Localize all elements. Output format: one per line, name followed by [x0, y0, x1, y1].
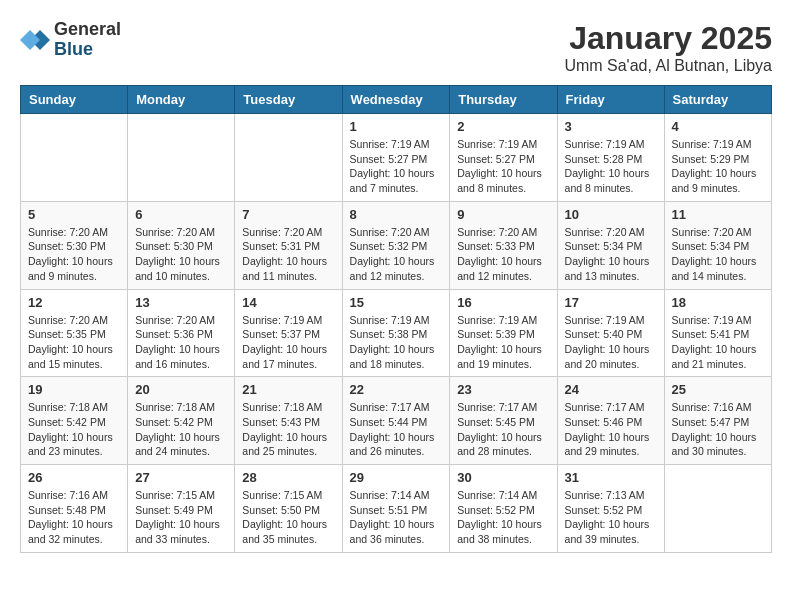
calendar-cell: 29Sunrise: 7:14 AM Sunset: 5:51 PM Dayli… — [342, 465, 450, 553]
day-info: Sunrise: 7:18 AM Sunset: 5:43 PM Dayligh… — [242, 400, 334, 459]
week-row-1: 1Sunrise: 7:19 AM Sunset: 5:27 PM Daylig… — [21, 114, 772, 202]
day-info: Sunrise: 7:13 AM Sunset: 5:52 PM Dayligh… — [565, 488, 657, 547]
calendar-cell: 23Sunrise: 7:17 AM Sunset: 5:45 PM Dayli… — [450, 377, 557, 465]
calendar-cell: 6Sunrise: 7:20 AM Sunset: 5:30 PM Daylig… — [128, 201, 235, 289]
calendar-cell: 19Sunrise: 7:18 AM Sunset: 5:42 PM Dayli… — [21, 377, 128, 465]
day-number: 3 — [565, 119, 657, 134]
day-number: 16 — [457, 295, 549, 310]
calendar-cell: 27Sunrise: 7:15 AM Sunset: 5:49 PM Dayli… — [128, 465, 235, 553]
day-number: 23 — [457, 382, 549, 397]
day-number: 1 — [350, 119, 443, 134]
day-info: Sunrise: 7:19 AM Sunset: 5:37 PM Dayligh… — [242, 313, 334, 372]
day-info: Sunrise: 7:19 AM Sunset: 5:38 PM Dayligh… — [350, 313, 443, 372]
day-number: 5 — [28, 207, 120, 222]
calendar-cell — [21, 114, 128, 202]
calendar: SundayMondayTuesdayWednesdayThursdayFrid… — [20, 85, 772, 553]
logo-blue: Blue — [54, 40, 121, 60]
calendar-cell: 9Sunrise: 7:20 AM Sunset: 5:33 PM Daylig… — [450, 201, 557, 289]
day-number: 24 — [565, 382, 657, 397]
day-number: 9 — [457, 207, 549, 222]
calendar-cell: 14Sunrise: 7:19 AM Sunset: 5:37 PM Dayli… — [235, 289, 342, 377]
day-info: Sunrise: 7:17 AM Sunset: 5:44 PM Dayligh… — [350, 400, 443, 459]
day-info: Sunrise: 7:19 AM Sunset: 5:39 PM Dayligh… — [457, 313, 549, 372]
week-row-2: 5Sunrise: 7:20 AM Sunset: 5:30 PM Daylig… — [21, 201, 772, 289]
logo-icon — [20, 25, 50, 55]
calendar-cell: 10Sunrise: 7:20 AM Sunset: 5:34 PM Dayli… — [557, 201, 664, 289]
calendar-cell: 28Sunrise: 7:15 AM Sunset: 5:50 PM Dayli… — [235, 465, 342, 553]
day-number: 27 — [135, 470, 227, 485]
day-info: Sunrise: 7:16 AM Sunset: 5:47 PM Dayligh… — [672, 400, 764, 459]
calendar-cell: 26Sunrise: 7:16 AM Sunset: 5:48 PM Dayli… — [21, 465, 128, 553]
day-number: 19 — [28, 382, 120, 397]
day-info: Sunrise: 7:20 AM Sunset: 5:30 PM Dayligh… — [28, 225, 120, 284]
title-section: January 2025 Umm Sa'ad, Al Butnan, Libya — [564, 20, 772, 75]
day-info: Sunrise: 7:19 AM Sunset: 5:29 PM Dayligh… — [672, 137, 764, 196]
day-header-tuesday: Tuesday — [235, 86, 342, 114]
week-row-5: 26Sunrise: 7:16 AM Sunset: 5:48 PM Dayli… — [21, 465, 772, 553]
day-info: Sunrise: 7:20 AM Sunset: 5:34 PM Dayligh… — [565, 225, 657, 284]
day-info: Sunrise: 7:20 AM Sunset: 5:30 PM Dayligh… — [135, 225, 227, 284]
day-number: 30 — [457, 470, 549, 485]
calendar-cell: 30Sunrise: 7:14 AM Sunset: 5:52 PM Dayli… — [450, 465, 557, 553]
calendar-cell: 24Sunrise: 7:17 AM Sunset: 5:46 PM Dayli… — [557, 377, 664, 465]
day-info: Sunrise: 7:14 AM Sunset: 5:52 PM Dayligh… — [457, 488, 549, 547]
month-title: January 2025 — [564, 20, 772, 57]
day-number: 20 — [135, 382, 227, 397]
day-info: Sunrise: 7:15 AM Sunset: 5:50 PM Dayligh… — [242, 488, 334, 547]
day-info: Sunrise: 7:18 AM Sunset: 5:42 PM Dayligh… — [28, 400, 120, 459]
day-info: Sunrise: 7:17 AM Sunset: 5:46 PM Dayligh… — [565, 400, 657, 459]
day-number: 12 — [28, 295, 120, 310]
day-number: 15 — [350, 295, 443, 310]
calendar-cell: 16Sunrise: 7:19 AM Sunset: 5:39 PM Dayli… — [450, 289, 557, 377]
calendar-cell: 17Sunrise: 7:19 AM Sunset: 5:40 PM Dayli… — [557, 289, 664, 377]
calendar-cell: 7Sunrise: 7:20 AM Sunset: 5:31 PM Daylig… — [235, 201, 342, 289]
calendar-cell: 11Sunrise: 7:20 AM Sunset: 5:34 PM Dayli… — [664, 201, 771, 289]
day-info: Sunrise: 7:19 AM Sunset: 5:27 PM Dayligh… — [457, 137, 549, 196]
day-number: 8 — [350, 207, 443, 222]
day-info: Sunrise: 7:15 AM Sunset: 5:49 PM Dayligh… — [135, 488, 227, 547]
week-row-4: 19Sunrise: 7:18 AM Sunset: 5:42 PM Dayli… — [21, 377, 772, 465]
calendar-cell: 4Sunrise: 7:19 AM Sunset: 5:29 PM Daylig… — [664, 114, 771, 202]
day-header-thursday: Thursday — [450, 86, 557, 114]
calendar-cell: 2Sunrise: 7:19 AM Sunset: 5:27 PM Daylig… — [450, 114, 557, 202]
day-info: Sunrise: 7:20 AM Sunset: 5:33 PM Dayligh… — [457, 225, 549, 284]
day-info: Sunrise: 7:19 AM Sunset: 5:27 PM Dayligh… — [350, 137, 443, 196]
day-info: Sunrise: 7:16 AM Sunset: 5:48 PM Dayligh… — [28, 488, 120, 547]
calendar-cell: 18Sunrise: 7:19 AM Sunset: 5:41 PM Dayli… — [664, 289, 771, 377]
calendar-cell: 12Sunrise: 7:20 AM Sunset: 5:35 PM Dayli… — [21, 289, 128, 377]
calendar-cell: 1Sunrise: 7:19 AM Sunset: 5:27 PM Daylig… — [342, 114, 450, 202]
day-number: 4 — [672, 119, 764, 134]
calendar-cell: 31Sunrise: 7:13 AM Sunset: 5:52 PM Dayli… — [557, 465, 664, 553]
day-info: Sunrise: 7:19 AM Sunset: 5:28 PM Dayligh… — [565, 137, 657, 196]
day-header-saturday: Saturday — [664, 86, 771, 114]
day-info: Sunrise: 7:19 AM Sunset: 5:41 PM Dayligh… — [672, 313, 764, 372]
calendar-cell — [128, 114, 235, 202]
day-header-friday: Friday — [557, 86, 664, 114]
page-header: General Blue January 2025 Umm Sa'ad, Al … — [20, 20, 772, 75]
calendar-cell: 5Sunrise: 7:20 AM Sunset: 5:30 PM Daylig… — [21, 201, 128, 289]
day-number: 11 — [672, 207, 764, 222]
day-number: 21 — [242, 382, 334, 397]
day-info: Sunrise: 7:20 AM Sunset: 5:34 PM Dayligh… — [672, 225, 764, 284]
day-number: 18 — [672, 295, 764, 310]
day-number: 28 — [242, 470, 334, 485]
day-number: 26 — [28, 470, 120, 485]
logo: General Blue — [20, 20, 121, 60]
day-info: Sunrise: 7:17 AM Sunset: 5:45 PM Dayligh… — [457, 400, 549, 459]
calendar-cell: 25Sunrise: 7:16 AM Sunset: 5:47 PM Dayli… — [664, 377, 771, 465]
day-info: Sunrise: 7:20 AM Sunset: 5:32 PM Dayligh… — [350, 225, 443, 284]
calendar-cell — [235, 114, 342, 202]
day-number: 29 — [350, 470, 443, 485]
day-number: 10 — [565, 207, 657, 222]
day-info: Sunrise: 7:20 AM Sunset: 5:35 PM Dayligh… — [28, 313, 120, 372]
day-number: 22 — [350, 382, 443, 397]
day-number: 6 — [135, 207, 227, 222]
day-number: 7 — [242, 207, 334, 222]
day-header-wednesday: Wednesday — [342, 86, 450, 114]
day-info: Sunrise: 7:20 AM Sunset: 5:36 PM Dayligh… — [135, 313, 227, 372]
calendar-header-row: SundayMondayTuesdayWednesdayThursdayFrid… — [21, 86, 772, 114]
day-number: 31 — [565, 470, 657, 485]
calendar-cell: 15Sunrise: 7:19 AM Sunset: 5:38 PM Dayli… — [342, 289, 450, 377]
day-info: Sunrise: 7:19 AM Sunset: 5:40 PM Dayligh… — [565, 313, 657, 372]
calendar-cell — [664, 465, 771, 553]
